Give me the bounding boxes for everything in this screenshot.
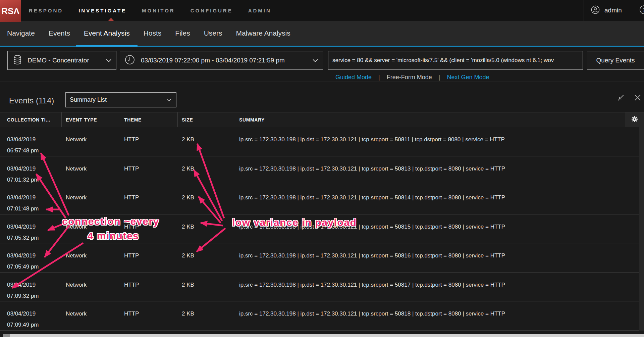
cell-summary: ip.src = 172.30.30.198 | ip.dst = 172.30… (237, 273, 644, 301)
cell-event-type: Network (62, 185, 119, 214)
chevron-down-icon (106, 57, 111, 64)
cell-event-type: Network (62, 273, 119, 301)
top-nav-admin[interactable]: ADMIN (248, 8, 271, 13)
cell-size: 2 KB (178, 156, 237, 185)
col-header-size[interactable]: SIZE (178, 112, 237, 127)
cell-collection-time: 03/04/201907:05:32 pm (0, 214, 62, 243)
annotation-connection-interval-line2: 4 minutes (62, 230, 164, 242)
gear-icon (632, 116, 638, 124)
cell-event-type: Network (62, 243, 119, 272)
scrollbar-track[interactable] (3, 334, 644, 337)
cell-collection-time: 03/04/201907:09:49 pm (0, 301, 62, 330)
close-icon (634, 94, 641, 103)
cell-collection-time: 03/04/201907:01:32 pm (0, 156, 62, 185)
cell-theme: HTTP (119, 185, 178, 214)
events-panel-header: Events (114) Summary List (0, 82, 644, 112)
annotation-connection-interval-line1: connection ~every (62, 216, 159, 227)
rsa-logo[interactable]: RSΛ (0, 0, 21, 22)
query-input[interactable]: service = 80 && server = 'microsoft-iis/… (328, 51, 583, 70)
top-nav: RSΛ RESPOND INVESTIGATE MONITOR CONFIGUR… (0, 0, 644, 21)
clock-icon (125, 55, 135, 66)
svg-text:?: ? (643, 7, 644, 13)
cell-size: 2 KB (178, 243, 237, 272)
top-nav-investigate[interactable]: INVESTIGATE (78, 8, 126, 13)
free-form-mode-link[interactable]: Free-Form Mode (387, 74, 432, 81)
cell-theme: HTTP (119, 243, 178, 272)
time-range-label: 03/03/2019 07:22:00 pm - 03/04/2019 07:2… (141, 57, 285, 64)
tab-navigate[interactable]: Navigate (7, 21, 35, 46)
user-icon (591, 5, 600, 16)
top-nav-respond[interactable]: RESPOND (29, 8, 63, 13)
help-icon: ? (639, 5, 644, 16)
view-selector-value: Summary List (70, 96, 107, 103)
event-row[interactable]: 03/04/201907:09:32 pm Network HTTP 2 KB … (0, 273, 644, 302)
cell-theme: HTTP (119, 156, 178, 185)
cell-event-type: Network (62, 301, 119, 330)
query-events-label: Query Events (596, 57, 635, 64)
col-header-summary[interactable]: SUMMARY (237, 112, 625, 127)
tab-hosts[interactable]: Hosts (144, 21, 162, 46)
col-header-theme[interactable]: THEME (119, 112, 178, 127)
netwitness-investigate-screen: { "topnav": { "logo_text": "RSΛ", "items… (0, 0, 644, 337)
tab-users[interactable]: Users (204, 21, 222, 46)
tab-files[interactable]: Files (175, 21, 190, 46)
cell-event-type: Network (62, 127, 119, 156)
service-selector[interactable]: DEMO - Concentrator (7, 51, 116, 70)
top-nav-monitor[interactable]: MONITOR (142, 8, 175, 13)
cell-summary: ip.src = 172.30.30.198 | ip.dst = 172.30… (237, 301, 644, 330)
col-header-collection-time[interactable]: COLLECTION TI… (0, 112, 62, 127)
cell-theme: HTTP (119, 301, 178, 330)
cell-theme: HTTP (119, 127, 178, 156)
cell-summary: ip.src = 172.30.30.198 | ip.dst = 172.30… (237, 243, 644, 272)
events-table-body: 03/04/201906:57:48 pm Network HTTP 2 KB … (0, 127, 644, 331)
event-row[interactable]: 03/04/201907:05:49 pm Network HTTP 2 KB … (0, 243, 644, 273)
investigate-subnav: Navigate Events Event Analysis Hosts Fil… (0, 21, 644, 47)
event-row[interactable]: 03/04/201907:01:32 pm Network HTTP 2 KB … (0, 156, 644, 186)
active-menu-indicator-icon (108, 18, 114, 21)
next-gen-mode-link[interactable]: Next Gen Mode (447, 74, 489, 81)
time-range-selector[interactable]: 03/03/2019 07:22:00 pm - 03/04/2019 07:2… (120, 51, 323, 70)
close-panel-button[interactable] (633, 94, 642, 103)
query-mode-links: Guided Mode | Free-Form Mode | Next Gen … (335, 74, 489, 81)
view-selector[interactable]: Summary List (65, 92, 176, 107)
cell-size: 2 KB (178, 185, 237, 214)
divider (584, 0, 584, 21)
query-events-button[interactable]: Query Events (587, 51, 644, 70)
cell-size: 2 KB (178, 214, 237, 243)
tab-event-analysis[interactable]: Event Analysis (84, 21, 130, 46)
cell-collection-time: 03/04/201907:09:32 pm (0, 273, 62, 301)
user-menu[interactable]: admin (591, 0, 622, 21)
events-table-header: COLLECTION TI… EVENT TYPE THEME SIZE SUM… (0, 112, 644, 127)
cell-collection-time: 03/04/201907:01:48 pm (0, 185, 62, 214)
event-row[interactable]: 03/04/201907:01:48 pm Network HTTP 2 KB … (0, 185, 644, 214)
vertical-scrollbar[interactable] (639, 127, 644, 331)
collapse-panel-button[interactable] (616, 94, 625, 103)
chevron-down-icon (166, 96, 171, 103)
cell-size: 2 KB (178, 301, 237, 330)
cell-event-type: Network (62, 156, 119, 185)
scrollbar-thumb[interactable] (3, 334, 10, 337)
annotation-low-variance: low variance in payload (232, 217, 357, 228)
top-nav-configure[interactable]: CONFIGURE (191, 8, 233, 13)
cell-summary: ip.src = 172.30.30.198 | ip.dst = 172.30… (237, 156, 644, 185)
event-row[interactable]: 03/04/201907:09:49 pm Network HTTP 2 KB … (0, 301, 644, 331)
cell-summary: ip.src = 172.30.30.198 | ip.dst = 172.30… (237, 127, 644, 156)
tab-events[interactable]: Events (49, 21, 70, 46)
database-icon (13, 55, 22, 66)
tab-malware-analysis[interactable]: Malware Analysis (236, 21, 290, 46)
cell-collection-time: 03/04/201907:05:49 pm (0, 243, 62, 272)
collapse-icon (617, 94, 625, 103)
chevron-down-icon (313, 57, 318, 64)
horizontal-scrollbar[interactable] (0, 334, 644, 337)
username-label: admin (604, 7, 622, 14)
guided-mode-link[interactable]: Guided Mode (335, 74, 372, 81)
cell-size: 2 KB (178, 273, 237, 301)
query-bar: DEMO - Concentrator 03/03/2019 07:22:00 … (0, 47, 644, 82)
divider (635, 0, 635, 21)
col-header-event-type[interactable]: EVENT TYPE (62, 112, 119, 127)
event-row[interactable]: 03/04/201906:57:48 pm Network HTTP 2 KB … (0, 127, 644, 156)
column-config-button[interactable] (625, 112, 644, 127)
help-button[interactable]: ? (639, 0, 644, 21)
cell-collection-time: 03/04/201906:57:48 pm (0, 127, 62, 156)
mode-separator: | (378, 74, 380, 81)
